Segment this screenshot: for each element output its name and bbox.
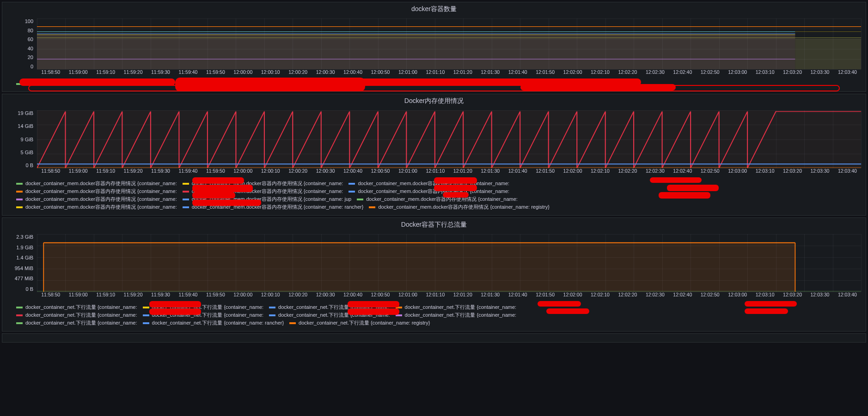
legend-item[interactable]: docker_container_mem.docker容器内存使用情况 {con… (16, 196, 177, 203)
legend-swatch (16, 314, 23, 316)
legend-item[interactable]: docker_container_mem.docker容器内存使用情况 {con… (16, 204, 177, 211)
x-tick: 11:59:30 (147, 69, 174, 75)
x-tick: 12:01:40 (504, 168, 531, 174)
x-tick: 12:03:30 (806, 168, 833, 174)
legend-item[interactable]: docker_container_mem.docker容器内存使用情况 {con… (369, 204, 549, 211)
y-tick: 1.9 GiB (16, 245, 33, 250)
legend-swatch (16, 206, 23, 208)
legend-item[interactable]: docker_container_net.下行流量 {container_nam… (16, 320, 137, 326)
x-tick: 12:03:20 (779, 69, 806, 75)
x-tick: 12:02:20 (614, 168, 641, 174)
x-tick: 11:59:10 (92, 69, 119, 75)
x-tick: 12:03:00 (724, 168, 751, 174)
legend-label: docker_container_mem.docker容器内存使用情况 {con… (25, 196, 177, 203)
x-tick: 12:03:10 (751, 168, 778, 174)
y-tick: 954 MiB (15, 265, 33, 271)
x-tick: 12:02:00 (559, 292, 586, 297)
y-tick: 14 GiB (18, 123, 33, 129)
x-tick: 12:02:00 (559, 168, 586, 174)
x-tick: 12:03:40 (834, 292, 861, 297)
legend-item[interactable]: docker_container_net.下行流量 {container_nam… (143, 320, 284, 326)
x-tick: 12:02:20 (614, 292, 641, 297)
y-axis: 2.3 GiB1.9 GiB1.4 GiB954 MiB477 MiB0 B (2, 232, 37, 301)
legend-swatch (16, 183, 23, 185)
x-tick: 12:02:50 (697, 69, 724, 75)
y-tick: 100 (25, 18, 33, 24)
legend-label: docker_container_mem.docker容器内存使用情况 {con… (25, 188, 177, 195)
legend-item[interactable]: docker_container_mem.docker容器内存使用情况 {con… (348, 188, 509, 195)
x-tick: 12:01:30 (477, 69, 504, 75)
x-tick: 12:01:20 (449, 292, 477, 297)
x-tick: 12:03:00 (724, 292, 751, 297)
legend-swatch (348, 183, 355, 185)
x-tick: 12:00:00 (229, 292, 257, 297)
x-tick: 12:03:00 (724, 69, 751, 75)
y-axis: 100806040200 (2, 16, 37, 78)
x-tick: 11:59:10 (92, 292, 119, 297)
plot-area[interactable]: 11:58:5011:59:0011:59:1011:59:2011:59:30… (37, 234, 861, 301)
y-tick: 0 (31, 64, 33, 69)
legend-item[interactable]: docker_container_net.下行流量 {container_nam… (16, 304, 137, 311)
x-tick: 12:01:00 (394, 292, 422, 297)
legend-label: docker_container_net.下行流量 {container_nam… (25, 320, 137, 326)
x-tick: 12:01:10 (422, 168, 449, 174)
x-tick: 12:01:50 (532, 168, 559, 174)
x-tick: 12:00:20 (284, 69, 312, 75)
x-tick: 12:03:20 (779, 168, 806, 174)
panel-docker-memory: Docker内存使用情况 19 GiB14 GiB9 GiB5 GiB0 B 1… (2, 94, 866, 216)
x-tick: 12:00:30 (312, 69, 339, 75)
y-tick: 477 MiB (15, 276, 33, 281)
x-tick: 12:01:20 (449, 168, 477, 174)
chart-area[interactable]: 19 GiB14 GiB9 GiB5 GiB0 B 11:58:5011:59:… (2, 108, 866, 177)
x-tick: 11:58:50 (37, 168, 64, 174)
chart-area[interactable]: 100806040200 11:58:5011:59:0011:59:1011:… (2, 16, 866, 78)
x-tick: 12:01:30 (477, 168, 504, 174)
legend-label: docker_container_net.下行流量 {container_nam… (299, 320, 430, 326)
legend-item[interactable]: docker_container_mem.docker容器内存使用情况 {con… (357, 196, 518, 203)
legend-swatch (16, 199, 23, 200)
x-tick: 12:03:20 (779, 292, 806, 297)
x-axis: 11:58:5011:59:0011:59:1011:59:2011:59:30… (37, 292, 861, 301)
legend-item[interactable]: docker_container_mem.docker容器内存使用情况 {con… (348, 180, 509, 187)
legend-label: docker_container_net.下行流量 {container_nam… (405, 312, 517, 319)
chart-area[interactable]: 2.3 GiB1.9 GiB1.4 GiB954 MiB477 MiB0 B 1… (2, 232, 866, 301)
x-tick: 12:00:20 (284, 292, 312, 297)
x-tick: 12:00:50 (367, 292, 394, 297)
legend-label: docker_container_mem.docker容器内存使用情况 {con… (25, 204, 177, 211)
panel-title: docker容器数量 (2, 2, 866, 16)
legend-item[interactable]: docker_container_mem.docker容器内存使用情况 {con… (16, 188, 177, 195)
legend-item[interactable]: docker_container_mem.docker容器内存使用情况 {con… (16, 180, 177, 187)
legend-swatch (143, 322, 149, 324)
x-tick: 12:01:10 (422, 292, 449, 297)
x-tick: 12:00:10 (257, 292, 284, 297)
x-tick: 12:03:40 (834, 69, 861, 75)
legend-item[interactable]: docker_container_net.下行流量 {container_nam… (396, 312, 517, 319)
x-tick: 12:00:00 (229, 69, 257, 75)
legend-swatch (183, 206, 189, 208)
x-tick: 12:01:00 (394, 69, 422, 75)
legend-item[interactable]: docker_container_net.下行流量 {container_nam… (289, 320, 430, 326)
y-axis: 19 GiB14 GiB9 GiB5 GiB0 B (2, 108, 37, 177)
x-tick: 12:03:30 (806, 292, 833, 297)
legend-item[interactable]: docker_container_net.下行流量 {container_nam… (396, 304, 517, 311)
x-tick: 11:59:40 (174, 292, 202, 297)
legend-swatch (269, 307, 275, 308)
x-tick: 12:00:30 (312, 292, 339, 297)
x-tick: 12:00:40 (339, 292, 367, 297)
x-tick: 11:59:00 (64, 168, 92, 174)
legend-item[interactable]: docker_container_net.下行流量 {container_nam… (16, 312, 137, 319)
legend-swatch (289, 322, 296, 324)
panel-next-collapsed (2, 333, 866, 343)
x-axis: 11:58:5011:59:0011:59:1011:59:2011:59:30… (37, 69, 861, 78)
panel-title: Docker容器下行总流量 (2, 218, 866, 232)
legend-swatch (348, 191, 355, 193)
y-tick: 40 (28, 46, 33, 51)
plot-area[interactable]: 11:58:5011:59:0011:59:1011:59:2011:59:30… (37, 18, 861, 78)
x-tick: 12:01:10 (422, 69, 449, 75)
legend-label: docker_container_net.下行流量 {container_nam… (405, 304, 517, 311)
legend-label: docker_container_net.下行流量 {container_nam… (25, 312, 137, 319)
y-tick: 1.4 GiB (16, 255, 33, 260)
x-tick: 12:00:10 (257, 168, 284, 174)
x-tick: 12:02:30 (642, 168, 669, 174)
plot-area[interactable]: 11:58:5011:59:0011:59:1011:59:2011:59:30… (37, 110, 861, 177)
